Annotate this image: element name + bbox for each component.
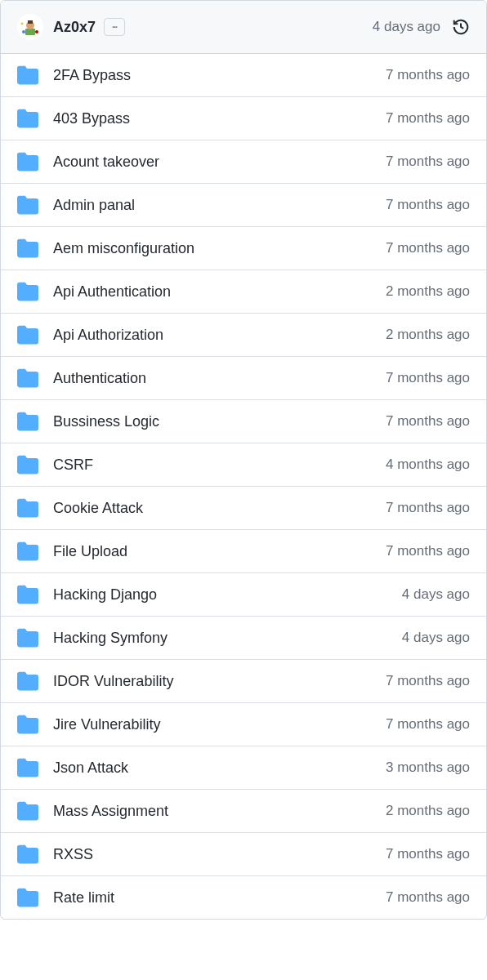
file-name[interactable]: Json Attack <box>53 760 386 777</box>
file-time: 3 months ago <box>386 760 470 776</box>
svg-point-4 <box>22 30 25 33</box>
folder-icon <box>17 324 38 345</box>
folder-icon <box>17 800 38 822</box>
folder-icon <box>17 411 38 432</box>
file-time: 7 months ago <box>386 413 470 430</box>
folder-icon <box>17 541 38 562</box>
file-row[interactable]: Hacking Symfony4 days ago <box>1 617 486 660</box>
folder-icon <box>17 584 38 605</box>
commit-time: 4 days ago <box>373 19 440 35</box>
file-row[interactable]: IDOR Vulnerability7 months ago <box>1 660 486 703</box>
file-row[interactable]: 403 Bypass7 months ago <box>1 97 486 140</box>
folder-icon <box>17 281 38 302</box>
file-name[interactable]: Cookie Attack <box>53 500 386 517</box>
file-row[interactable]: Mass Assignment2 months ago <box>1 790 486 833</box>
file-time: 4 months ago <box>386 457 470 473</box>
file-time: 2 months ago <box>386 283 470 300</box>
file-name[interactable]: Mass Assignment <box>53 803 386 820</box>
file-time: 4 days ago <box>402 630 470 646</box>
file-time: 7 months ago <box>386 673 470 689</box>
file-time: 7 months ago <box>386 500 470 516</box>
folder-icon <box>17 454 38 475</box>
folder-icon <box>17 368 38 389</box>
file-time: 7 months ago <box>386 370 470 386</box>
file-name[interactable]: CSRF <box>53 457 386 474</box>
folder-icon <box>17 108 38 129</box>
file-time: 2 months ago <box>386 327 470 343</box>
folder-icon <box>17 757 38 778</box>
file-time: 2 months ago <box>386 803 470 819</box>
file-name[interactable]: Jire Vulnerability <box>53 716 386 733</box>
file-time: 7 months ago <box>386 889 470 906</box>
folder-icon <box>17 844 38 865</box>
file-name[interactable]: Api Authorization <box>53 327 386 344</box>
file-row[interactable]: Acount takeover7 months ago <box>1 140 486 184</box>
file-row[interactable]: 2FA Bypass7 months ago <box>1 54 486 97</box>
commit-header: Az0x7 ··· 4 days ago <box>1 1 486 54</box>
file-name[interactable]: Acount takeover <box>53 154 386 171</box>
file-row[interactable]: RXSS7 months ago <box>1 833 486 876</box>
file-name[interactable]: IDOR Vulnerability <box>53 673 386 690</box>
folder-icon <box>17 714 38 735</box>
file-row[interactable]: Aem misconfiguration7 months ago <box>1 227 486 270</box>
folder-icon <box>17 65 38 86</box>
file-name[interactable]: 2FA Bypass <box>53 67 386 84</box>
file-row[interactable]: Api Authentication2 months ago <box>1 270 486 314</box>
file-name[interactable]: Admin panal <box>53 197 386 214</box>
folder-icon <box>17 151 38 172</box>
file-name[interactable]: File Upload <box>53 543 386 560</box>
file-time: 7 months ago <box>386 110 470 127</box>
file-name[interactable]: Hacking Django <box>53 586 402 604</box>
file-list: 2FA Bypass7 months ago 403 Bypass7 month… <box>1 54 486 919</box>
file-name[interactable]: Authentication <box>53 370 386 387</box>
file-row[interactable]: Hacking Django4 days ago <box>1 573 486 617</box>
folder-icon <box>17 497 38 519</box>
avatar[interactable] <box>17 14 43 40</box>
file-time: 7 months ago <box>386 716 470 733</box>
file-row[interactable]: Bussiness Logic7 months ago <box>1 400 486 443</box>
folder-icon <box>17 194 38 216</box>
file-browser: Az0x7 ··· 4 days ago 2FA Bypass7 months … <box>0 0 487 920</box>
file-time: 7 months ago <box>386 197 470 213</box>
file-row[interactable]: Admin panal7 months ago <box>1 184 486 227</box>
file-row[interactable]: Rate limit7 months ago <box>1 876 486 919</box>
file-row[interactable]: Authentication7 months ago <box>1 357 486 400</box>
svg-rect-3 <box>28 20 33 24</box>
file-row[interactable]: Api Authorization2 months ago <box>1 314 486 357</box>
file-name[interactable]: Rate limit <box>53 889 386 906</box>
file-name[interactable]: RXSS <box>53 846 386 863</box>
file-time: 7 months ago <box>386 240 470 256</box>
folder-icon <box>17 670 38 692</box>
file-row[interactable]: Cookie Attack7 months ago <box>1 487 486 530</box>
file-name[interactable]: Aem misconfiguration <box>53 240 386 257</box>
history-icon[interactable] <box>452 18 470 36</box>
folder-icon <box>17 887 38 908</box>
file-name[interactable]: Bussiness Logic <box>53 413 386 430</box>
more-button[interactable]: ··· <box>104 18 125 36</box>
file-name[interactable]: 403 Bypass <box>53 110 386 127</box>
author-name[interactable]: Az0x7 <box>53 19 96 36</box>
file-time: 7 months ago <box>386 154 470 170</box>
file-row[interactable]: Jire Vulnerability7 months ago <box>1 703 486 746</box>
folder-icon <box>17 627 38 648</box>
file-row[interactable]: CSRF4 months ago <box>1 443 486 487</box>
svg-point-5 <box>35 30 38 33</box>
file-time: 4 days ago <box>402 586 470 603</box>
file-row[interactable]: File Upload7 months ago <box>1 530 486 573</box>
file-time: 7 months ago <box>386 846 470 862</box>
svg-rect-1 <box>25 29 35 35</box>
file-name[interactable]: Hacking Symfony <box>53 630 402 647</box>
file-row[interactable]: Json Attack3 months ago <box>1 746 486 790</box>
svg-point-6 <box>21 23 24 25</box>
file-name[interactable]: Api Authentication <box>53 283 386 301</box>
folder-icon <box>17 238 38 259</box>
file-time: 7 months ago <box>386 543 470 559</box>
file-time: 7 months ago <box>386 67 470 83</box>
